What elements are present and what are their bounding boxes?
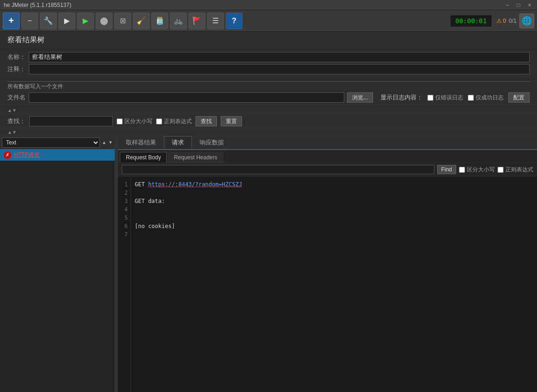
restore-button[interactable]: □	[515, 1, 522, 9]
stop-red-button[interactable]: ⊠	[114, 13, 131, 29]
bike-button[interactable]: 🚲	[170, 13, 187, 29]
name-input[interactable]	[29, 52, 530, 62]
reset-button[interactable]: 重置	[221, 116, 242, 126]
case-sensitive-label: 区分大小写	[124, 118, 152, 125]
line-num-6: 6	[121, 222, 128, 230]
find-regex-option[interactable]: 正则表达式	[498, 166, 533, 174]
collapse-arrow2-icon: ▲▼	[7, 130, 17, 135]
divider-bottom[interactable]: ▲▼	[0, 129, 537, 136]
line-num-3: 3	[121, 197, 128, 205]
success-only-label: 仅成功日志	[476, 94, 504, 102]
left-panel: Text JSON XML HTML ▲ ▼ ✗ HTTP请求 Scroll a…	[0, 136, 115, 392]
find-input[interactable]	[122, 165, 434, 174]
tree-item-http-request[interactable]: ✗ HTTP请求	[0, 149, 115, 161]
line-num-7: 7	[121, 230, 128, 239]
configure-button[interactable]: 配置	[508, 92, 530, 103]
title-bar: he JMeter (5.1.1 r1855137) − □ ×	[0, 0, 537, 10]
left-panel-header: Text JSON XML HTML ▲ ▼	[0, 136, 115, 149]
sub-tabs-row: Request Body Request Headers	[118, 150, 537, 163]
sub-tab-request-body[interactable]: Request Body	[120, 152, 167, 163]
code-line-3: GET data:	[135, 197, 533, 205]
play-button[interactable]: ▶	[59, 13, 75, 29]
display-mode-dropdown[interactable]: Text JSON XML HTML	[2, 137, 100, 148]
file-row: 文件名 浏览... 显示日志内容： 仅错误日志 仅成功日志 配置	[7, 92, 530, 103]
toolbar-right: ⚠ 0 0/1 🌐	[497, 13, 534, 28]
find-case-option[interactable]: 区分大小写	[459, 166, 495, 174]
form-area: 名称： 注释：	[0, 49, 537, 79]
panel-title: 察看结果树	[7, 36, 45, 44]
jar-button[interactable]: 🫙	[151, 13, 168, 29]
line-num-2: 2	[121, 189, 128, 197]
play-green-button[interactable]: ▶	[77, 13, 94, 29]
find-regex-checkbox[interactable]	[498, 167, 504, 173]
stop-button[interactable]: ⬤	[96, 13, 112, 29]
comment-row: 注释：	[7, 64, 530, 74]
wrench-button[interactable]: 🔧	[40, 13, 57, 29]
code-line-2	[135, 189, 533, 197]
error-only-option[interactable]: 仅错误日志	[427, 94, 463, 102]
close-button[interactable]: ×	[526, 1, 533, 9]
regex-label: 正则表达式	[164, 118, 192, 125]
code-content: GET https://:8443/?random=HZCSZJ GET dat…	[131, 176, 537, 392]
success-only-option[interactable]: 仅成功日志	[468, 94, 504, 102]
timer-display: 00:00:01	[450, 15, 491, 27]
find-case-checkbox[interactable]	[459, 167, 465, 173]
right-panel: 取样器结果 请求 响应数据 Request Body Request Heade…	[118, 136, 537, 392]
code-line-5	[135, 214, 533, 222]
case-sensitive-option[interactable]: 区分大小写	[117, 118, 152, 125]
success-only-checkbox[interactable]	[468, 95, 474, 101]
code-line-6: [no cookies]	[135, 222, 533, 230]
minus-button[interactable]: −	[21, 13, 38, 29]
tab-request[interactable]: 请求	[164, 136, 192, 149]
comment-label: 注释：	[7, 65, 26, 73]
list-button[interactable]: ☰	[207, 13, 224, 29]
warning-icon: ⚠	[497, 18, 502, 24]
log-options-label: 显示日志内容：	[380, 93, 423, 102]
search-input[interactable]	[29, 116, 113, 126]
add-button[interactable]: +	[3, 13, 20, 29]
find-button[interactable]: Find	[437, 165, 456, 174]
app-title: he JMeter (5.1.1 r1855137)	[4, 2, 504, 8]
code-line-1: GET https://:8443/?random=HZCSZJ	[135, 180, 533, 189]
find-regex-label: 正则表达式	[505, 166, 533, 174]
file-label: 文件名	[7, 93, 26, 102]
search-bar: 查找： 区分大小写 正则表达式 查找 重置	[0, 114, 537, 129]
http-request-label: HTTP请求	[14, 151, 39, 159]
help-button[interactable]: ?	[226, 13, 242, 29]
right-arrow-btn[interactable]: ▼	[108, 140, 113, 145]
find-case-label: 区分大小写	[467, 166, 495, 174]
regex-option[interactable]: 正则表达式	[156, 118, 192, 125]
search-label: 查找：	[7, 117, 26, 125]
case-sensitive-checkbox[interactable]	[117, 118, 123, 124]
request-url[interactable]: https://:8443/?random=HZCSZJ	[148, 181, 242, 188]
tab-sampler-results[interactable]: 取样器结果	[118, 136, 164, 149]
code-line-4	[135, 205, 533, 214]
http-error-icon: ✗	[4, 151, 11, 159]
flag-button[interactable]: 🚩	[189, 13, 205, 29]
globe-button[interactable]: 🌐	[519, 13, 534, 28]
file-section: 所有数据写入一个文件 文件名 浏览... 显示日志内容： 仅错误日志 仅成功日志…	[0, 79, 537, 107]
error-only-label: 仅错误日志	[435, 94, 463, 102]
find-bar: Find 区分大小写 正则表达式	[118, 163, 537, 176]
tab-response-data[interactable]: 响应数据	[192, 136, 232, 149]
sub-tab-request-headers[interactable]: Request Headers	[168, 152, 223, 163]
error-only-checkbox[interactable]	[427, 95, 433, 101]
collapse-arrow-icon: ▲▼	[7, 108, 17, 113]
warning-count: 0	[503, 18, 506, 24]
name-label: 名称：	[7, 53, 26, 61]
comment-input[interactable]	[29, 64, 530, 74]
left-arrow-btn[interactable]: ▲	[102, 140, 106, 145]
file-input[interactable]	[29, 92, 344, 103]
browse-button[interactable]: 浏览...	[347, 92, 373, 103]
code-area: 1 2 3 4 5 6 7 GET https://:8443/?random=…	[118, 176, 537, 392]
log-options: 显示日志内容： 仅错误日志 仅成功日志 配置	[380, 92, 530, 103]
minimize-button[interactable]: −	[504, 1, 511, 9]
regex-checkbox[interactable]	[156, 118, 162, 124]
broom-button[interactable]: 🧹	[133, 13, 150, 29]
code-line-7	[135, 230, 533, 239]
line-num-1: 1	[121, 180, 128, 189]
search-button[interactable]: 查找	[196, 116, 217, 126]
divider-top[interactable]: ▲▼	[0, 107, 537, 114]
warning-badge: ⚠ 0	[497, 18, 506, 24]
main-tabs-row: 取样器结果 请求 响应数据	[118, 136, 537, 150]
